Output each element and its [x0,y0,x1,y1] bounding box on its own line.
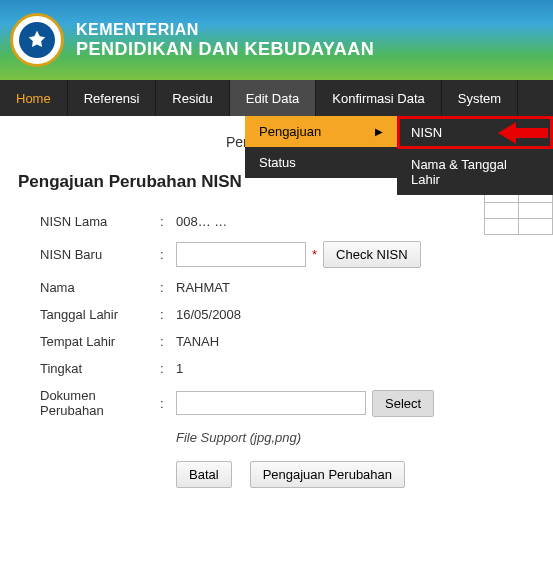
dropdown-status[interactable]: Status [245,147,397,178]
value-tingkat: 1 [176,361,513,376]
nav-referensi[interactable]: Referensi [68,80,157,116]
dropdown-pengajuan-label: Pengajuan [259,124,321,139]
input-nisn-baru[interactable] [176,242,306,267]
svg-marker-0 [498,122,548,144]
row-nisn-baru: NISN Baru : * Check NISN [40,241,513,268]
value-tgl-lahir: 16/05/2008 [176,307,513,322]
file-input-dokumen[interactable] [176,391,366,415]
label-tingkat: Tingkat [40,361,160,376]
submit-button[interactable]: Pengajuan Perubahan [250,461,405,488]
label-nisn-lama: NISN Lama [40,214,160,229]
row-dokumen: Dokumen Perubahan : Select [40,388,513,418]
row-tingkat: Tingkat : 1 [40,361,513,376]
value-tempat-lahir: TANAH [176,334,513,349]
batal-button[interactable]: Batal [176,461,232,488]
label-tempat-lahir: Tempat Lahir [40,334,160,349]
nav-home[interactable]: Home [0,80,68,116]
dropdown-status-label: Status [259,155,296,170]
colon: : [160,334,176,349]
form-actions: Batal Pengajuan Perubahan [176,461,513,488]
submenu-nama-tanggal[interactable]: Nama & Tanggal Lahir [397,149,553,195]
required-marker: * [312,247,317,262]
chevron-right-icon: ▶ [375,126,383,137]
logo [10,13,64,67]
colon: : [160,361,176,376]
colon: : [160,396,176,411]
header-banner: KEMENTERIAN PENDIDIKAN DAN KEBUDAYAAN [0,0,553,80]
nav-residu[interactable]: Residu [156,80,229,116]
row-nisn-lama: NISN Lama : 008… … [40,214,513,229]
header-line2: PENDIDIKAN DAN KEBUDAYAAN [76,39,374,60]
value-nama: RAHMAT [176,280,513,295]
select-file-button[interactable]: Select [372,390,434,417]
check-nisn-button[interactable]: Check NISN [323,241,421,268]
value-nisn-lama: 008… … [176,214,513,229]
main-navbar: Home Referensi Residu Edit Data Konfirma… [0,80,553,116]
header-text: KEMENTERIAN PENDIDIKAN DAN KEBUDAYAAN [76,21,374,60]
label-dokumen: Dokumen Perubahan [40,388,160,418]
nav-edit-data[interactable]: Edit Data [230,80,316,116]
row-tgl-lahir: Tanggal Lahir : 16/05/2008 [40,307,513,322]
file-support-hint: File Support (jpg,png) [176,430,513,445]
row-nama: Nama : RAHMAT [40,280,513,295]
dropdown-pengajuan[interactable]: Pengajuan ▶ [245,116,397,147]
form-area: NISN Lama : 008… … NISN Baru : * Check N… [0,202,553,498]
colon: : [160,214,176,229]
label-tgl-lahir: Tanggal Lahir [40,307,160,322]
nav-system[interactable]: System [442,80,518,116]
row-tempat-lahir: Tempat Lahir : TANAH [40,334,513,349]
colon: : [160,247,176,262]
header-line1: KEMENTERIAN [76,21,374,39]
colon: : [160,280,176,295]
annotation-arrow-icon [498,120,548,150]
nav-konfirmasi[interactable]: Konfirmasi Data [316,80,441,116]
edit-data-dropdown: Pengajuan ▶ Status [245,116,397,178]
logo-emblem-icon [19,22,55,58]
colon: : [160,307,176,322]
label-nisn-baru: NISN Baru [40,247,160,262]
label-nama: Nama [40,280,160,295]
